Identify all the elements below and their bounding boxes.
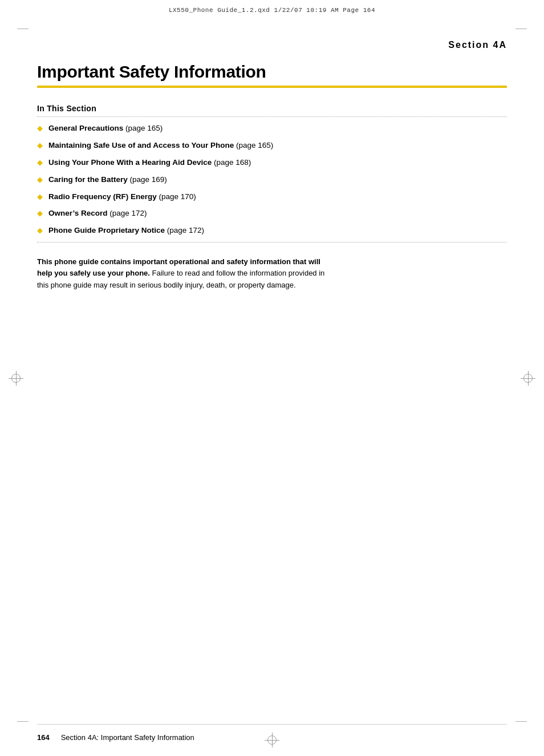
toc-diamond-icon: ◆: [37, 208, 43, 219]
footer-section-title: Section 4A: Important Safety Information: [61, 733, 194, 742]
corner-mark-br: [515, 721, 527, 722]
toc-diamond-icon: ◆: [37, 192, 43, 202]
body-paragraph: This phone guide contains important oper…: [37, 256, 334, 290]
file-header-text: LX550_Phone Guide_1.2.qxd 1/22/07 10:19 …: [169, 7, 375, 14]
reg-mark-left: [11, 374, 21, 383]
toc-item: ◆Caring for the Battery (page 169): [37, 174, 507, 185]
toc-item-text: Radio Frequency (RF) Energy (page 170): [48, 192, 196, 203]
toc-item-text: Maintaining Safe Use of and Access to Yo…: [48, 140, 273, 151]
toc-item: ◆Radio Frequency (RF) Energy (page 170): [37, 191, 507, 203]
page-container: LX550_Phone Guide_1.2.qxd 1/22/07 10:19 …: [0, 0, 544, 756]
toc-item: ◆Maintaining Safe Use of and Access to Y…: [37, 140, 507, 151]
toc-item-text: Caring for the Battery (page 169): [48, 175, 167, 185]
corner-mark-tl: [17, 29, 29, 29]
title-underline: [37, 86, 507, 88]
toc-item-text: Using Your Phone With a Hearing Aid Devi…: [48, 157, 251, 168]
toc-item: ◆General Precautions (page 165): [37, 123, 507, 134]
dotted-divider-bottom: [37, 242, 507, 242]
footer-line: [37, 724, 507, 725]
toc-item: ◆Phone Guide Proprietary Notice (page 17…: [37, 225, 507, 236]
toc-diamond-icon: ◆: [37, 225, 43, 236]
toc-item-text: Phone Guide Proprietary Notice (page 172…: [48, 225, 204, 236]
dotted-divider-top: [37, 116, 507, 117]
page-title: Important Safety Information: [37, 62, 507, 82]
toc-diamond-icon: ◆: [37, 157, 43, 168]
section-label: Section 4A: [37, 40, 507, 50]
toc-diamond-icon: ◆: [37, 140, 43, 151]
toc-diamond-icon: ◆: [37, 175, 43, 185]
file-header: LX550_Phone Guide_1.2.qxd 1/22/07 10:19 …: [0, 7, 544, 14]
reg-mark-right: [523, 374, 533, 383]
toc-list: ◆General Precautions (page 165)◆Maintain…: [37, 123, 507, 236]
main-content: Section 4A Important Safety Information …: [37, 37, 507, 710]
toc-item-text: General Precautions (page 165): [48, 123, 163, 134]
toc-item: ◆Using Your Phone With a Hearing Aid Dev…: [37, 157, 507, 168]
corner-mark-bl: [17, 721, 29, 722]
toc-diamond-icon: ◆: [37, 123, 43, 134]
corner-mark-tr: [515, 29, 527, 29]
in-this-section-heading: In This Section: [37, 104, 507, 113]
footer-page-number: 164: [37, 733, 50, 742]
toc-item-text: Owner’s Record (page 172): [48, 208, 147, 219]
page-footer: 164 Section 4A: Important Safety Informa…: [37, 733, 507, 742]
toc-item: ◆Owner’s Record (page 172): [37, 208, 507, 219]
